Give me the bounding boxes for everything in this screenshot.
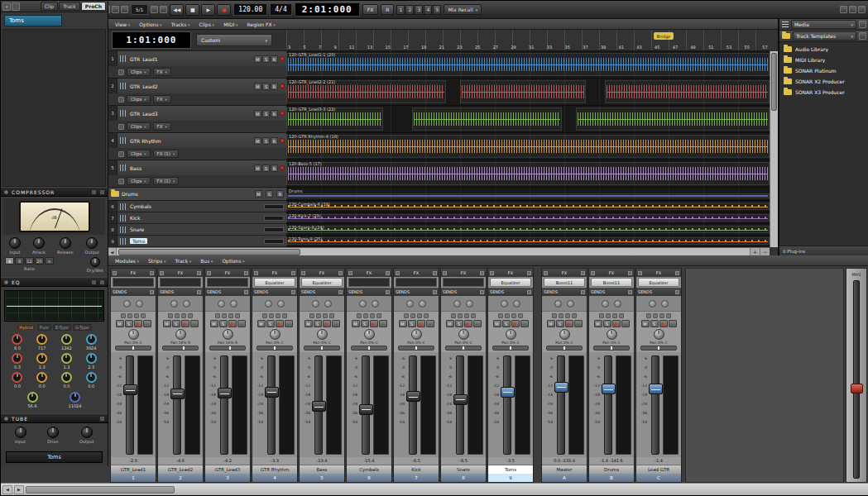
clips-dropdown[interactable]: Clips	[127, 150, 151, 158]
mixer-strip[interactable]: FX Equalizer SENDS	[635, 268, 682, 483]
pan-slider[interactable]	[593, 346, 630, 351]
folder-item[interactable]: Audio Library	[779, 44, 868, 55]
arm-button[interactable]: ●	[228, 320, 237, 327]
menu-item[interactable]: Bus	[200, 258, 213, 264]
fader-handle[interactable]	[501, 387, 515, 398]
track-header[interactable]: 3 GTR_Lead3 M S R Clips FX	[108, 106, 286, 133]
eq-mode-tab[interactable]: Hybrid	[17, 324, 36, 331]
eq-knob[interactable]	[86, 334, 97, 345]
strip-name[interactable]: Lead GTR	[636, 465, 681, 474]
gain-knob[interactable]	[128, 329, 139, 340]
clip-segment[interactable]	[412, 107, 562, 131]
track-name[interactable]: Cymbals	[130, 203, 264, 209]
write-automation-icon[interactable]	[619, 313, 624, 318]
screenset-button[interactable]: 5	[433, 5, 441, 15]
eq-knob[interactable]	[12, 334, 22, 345]
phase-icon[interactable]	[222, 313, 227, 318]
fx-plugin-slot[interactable]	[396, 278, 437, 287]
clip-lane[interactable]: Drums	[286, 188, 770, 201]
input-echo-icon[interactable]	[404, 313, 409, 318]
send-knob[interactable]	[265, 300, 272, 308]
fx-expand-icon[interactable]	[433, 271, 437, 275]
clip-lane[interactable]: 120-Toms-9 (25)	[286, 236, 770, 247]
draw-tool-icon[interactable]	[112, 6, 119, 13]
solo-button[interactable]: S	[266, 320, 275, 327]
write-automation-icon[interactable]	[282, 313, 287, 318]
zoom-out-icon[interactable]	[760, 248, 770, 256]
tube-knob[interactable]	[81, 427, 93, 438]
eq-mode-tab[interactable]: Pure	[37, 324, 51, 331]
scroll-right-icon[interactable]	[14, 485, 24, 494]
fx-bypass-icon[interactable]	[490, 271, 494, 275]
track-name[interactable]: GTR_Lead3	[130, 111, 253, 117]
interleave-icon[interactable]	[276, 313, 281, 318]
input-monitor-button[interactable]: ▸	[574, 320, 583, 327]
volume-fader[interactable]	[651, 355, 659, 455]
send-knob[interactable]	[513, 300, 520, 308]
fx-dropdown[interactable]: FX	[153, 95, 171, 103]
arm-button[interactable]: R	[271, 110, 278, 117]
write-automation-icon[interactable]	[424, 313, 429, 318]
fader-handle[interactable]	[453, 394, 468, 405]
folder-item[interactable]: SONAR X3 Producer	[779, 87, 868, 98]
clip-lane[interactable]: 120-GTR_Lead1-1 (20)	[286, 51, 770, 79]
fader-handle[interactable]	[649, 384, 663, 394]
input-echo-icon[interactable]	[280, 56, 285, 61]
mute-button[interactable]: M	[210, 320, 218, 327]
track-name[interactable]: Kick	[130, 215, 264, 221]
tube-module-header[interactable]: TUBE	[1, 413, 108, 423]
clips-dropdown[interactable]: Clips	[127, 95, 151, 103]
track-name[interactable]: Bass	[130, 165, 253, 171]
fader-handle[interactable]	[312, 401, 326, 412]
gain-knob[interactable]	[559, 329, 570, 340]
input-echo-icon[interactable]	[451, 313, 456, 318]
sends-expand-icon[interactable]	[197, 290, 201, 294]
phase-icon[interactable]	[316, 313, 321, 318]
solo-button[interactable]: S	[603, 320, 611, 327]
mute-button[interactable]: M	[446, 320, 454, 327]
send-knob[interactable]	[614, 300, 621, 308]
gain-knob[interactable]	[411, 329, 422, 340]
compressor-knob[interactable]	[9, 237, 21, 249]
arm-button[interactable]: ●	[323, 320, 331, 327]
eq-knob[interactable]	[61, 372, 72, 383]
input-monitor-button[interactable]: ▸	[520, 320, 529, 327]
fx-expand-icon[interactable]	[338, 271, 343, 275]
arm-button[interactable]: ●	[612, 320, 621, 327]
write-automation-icon[interactable]	[329, 313, 334, 318]
sends-expand-icon[interactable]	[527, 290, 531, 294]
arm-button[interactable]: R	[271, 83, 278, 90]
fx-plugin-slot[interactable]: Boost11	[544, 278, 585, 287]
arm-button[interactable]: ●	[417, 320, 425, 327]
pan-slider[interactable]	[492, 346, 529, 351]
mute-button[interactable]: M	[399, 320, 407, 327]
arm-button[interactable]: ●	[511, 320, 520, 327]
sync-icon[interactable]	[840, 6, 847, 13]
track-header[interactable]: 8 Snare	[108, 224, 286, 236]
ratio-button[interactable]: 20	[35, 257, 44, 265]
mute-button[interactable]: M	[594, 320, 602, 327]
fx-plugin-slot[interactable]: Equalizer	[254, 278, 295, 287]
tube-knob[interactable]	[47, 427, 59, 438]
fx-bypass-icon[interactable]	[113, 271, 117, 275]
pan-slider[interactable]	[304, 346, 340, 351]
solo-button[interactable]: S	[455, 320, 463, 327]
eq-knob[interactable]	[12, 353, 22, 364]
scrollbar-thumb[interactable]	[118, 249, 300, 255]
fx-expand-icon[interactable]	[386, 271, 390, 275]
inspector-tab[interactable]: Clip	[41, 2, 58, 11]
zoom-in-icon[interactable]	[750, 248, 760, 256]
fx-expand-icon[interactable]	[527, 271, 531, 275]
fx-bypass-button[interactable]: FX	[362, 4, 379, 15]
input-echo-icon[interactable]	[215, 313, 220, 318]
power-icon[interactable]	[3, 189, 9, 195]
compressor-knob[interactable]	[33, 237, 45, 249]
gain-knob[interactable]	[458, 329, 469, 340]
send-knob[interactable]	[649, 300, 656, 308]
interleave-icon[interactable]	[511, 313, 516, 318]
input-echo-icon[interactable]	[280, 138, 285, 143]
eq-knob[interactable]	[86, 353, 97, 364]
solo-button[interactable]: S	[502, 320, 511, 327]
volume-fader[interactable]	[362, 355, 370, 455]
fader-handle[interactable]	[851, 384, 863, 393]
